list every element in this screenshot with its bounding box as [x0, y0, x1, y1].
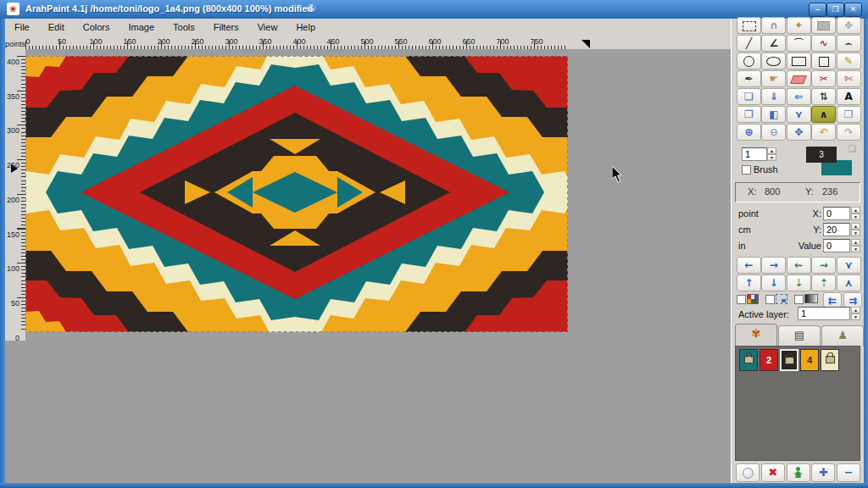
layer-visibility-button[interactable]	[736, 463, 760, 482]
spin-down-icon[interactable]: ▼	[851, 230, 860, 236]
color-swatch-2[interactable]: 2	[760, 349, 778, 371]
tool-insert-column-button[interactable]: ⇐	[787, 88, 811, 105]
tab-colors[interactable]: ✾	[735, 324, 777, 347]
tool-arc-button[interactable]: ⌒	[787, 35, 811, 52]
field-spinner[interactable]: ▲▼	[851, 223, 860, 236]
move-shift-right-button[interactable]: →	[761, 257, 786, 274]
brush-size-input[interactable]: 1	[742, 147, 767, 161]
tool-airbrush-button[interactable]: ✒	[737, 70, 761, 87]
brush-size-spinner[interactable]: ▲ ▼	[767, 147, 776, 161]
color-swatch-3[interactable]	[780, 349, 798, 371]
tool-zoom-in-button[interactable]: ⊕	[737, 124, 761, 141]
layer-remove-button[interactable]: −	[837, 463, 860, 482]
gradient-option-checkbox[interactable]	[794, 295, 804, 304]
tool-zoom-out-button[interactable]: ⊖	[761, 124, 786, 141]
tool-cut-horizontal-button[interactable]: ✂	[811, 70, 836, 87]
layer-anchor-button[interactable]	[787, 463, 810, 482]
layer-add-button[interactable]: ✚	[811, 463, 835, 482]
tool-rect-select-button[interactable]	[737, 17, 761, 34]
tool-transform-button[interactable]: ❐	[737, 106, 761, 123]
spin-up-icon[interactable]: ▲	[851, 307, 860, 313]
spin-down-icon[interactable]: ▼	[851, 246, 860, 252]
tool-pencil-button[interactable]: ✎	[837, 53, 861, 69]
move-twill-down-button[interactable]: ⇣	[787, 274, 811, 291]
menu-item-filters[interactable]: Filters	[204, 19, 248, 37]
tool-magic-wand-button[interactable]: ✦	[787, 17, 811, 34]
tab-weave[interactable]: ♟	[821, 325, 864, 347]
tool-move-button[interactable]: ✥	[837, 17, 861, 34]
field-input-cm[interactable]: 20	[823, 223, 850, 236]
tool-smudge-button[interactable]: ☛	[761, 70, 786, 87]
tool-ellipse-button[interactable]	[761, 53, 786, 69]
tool-redo-button[interactable]: ↷	[837, 124, 861, 141]
spin-down-icon[interactable]: ▼	[851, 313, 860, 320]
menu-item-help[interactable]: Help	[287, 19, 325, 37]
tool-measure-button[interactable]: ∧	[811, 106, 836, 123]
move-twill-left-button[interactable]: ⇜	[787, 257, 811, 274]
tool-fabric-button[interactable]: ❒	[837, 106, 861, 123]
tool-eraser-button[interactable]	[787, 70, 811, 87]
selection-option-checkbox[interactable]	[765, 295, 775, 304]
field-input-point[interactable]: 0	[823, 207, 850, 220]
menu-item-view[interactable]: View	[248, 19, 287, 37]
minimize-button[interactable]: ‒	[809, 3, 826, 17]
field-spinner[interactable]: ▲▼	[851, 239, 860, 252]
move-twill-right-button[interactable]: ⇝	[811, 257, 836, 274]
move-shift-up-button[interactable]: ↑	[737, 274, 761, 291]
close-button[interactable]: ✕	[844, 3, 862, 17]
menu-item-image[interactable]: Image	[120, 19, 164, 37]
tool-rectangle-button[interactable]	[787, 53, 811, 69]
foreground-color-chip[interactable]: 3	[806, 147, 837, 163]
field-input-in[interactable]: 0	[823, 239, 850, 252]
spin-down-icon[interactable]: ▼	[851, 214, 860, 220]
tool-polyline-button[interactable]: ∠	[761, 35, 786, 52]
tool-line-button[interactable]: ╱	[737, 35, 761, 52]
move-shift-down-button[interactable]: ↓	[761, 274, 786, 291]
tool-freehand-curve-button[interactable]: ∿	[811, 35, 836, 52]
field-spinner[interactable]: ▲▼	[851, 207, 860, 220]
move-split-down-button[interactable]: ⋎	[837, 257, 861, 274]
menu-item-edit[interactable]: Edit	[39, 19, 74, 37]
color-swatch-1[interactable]	[739, 349, 758, 371]
active-layer-spinner[interactable]: ▲ ▼	[851, 307, 860, 320]
color-swatch-5[interactable]	[821, 349, 839, 371]
unit-label-point[interactable]: point	[738, 208, 759, 219]
menu-item-tools[interactable]: Tools	[164, 19, 204, 37]
spin-down-icon[interactable]: ▼	[767, 154, 776, 161]
spin-up-icon[interactable]: ▲	[851, 207, 860, 214]
tool-bezier-button[interactable]: ⌢	[837, 35, 861, 52]
move-split-up-button[interactable]: ⋏	[837, 274, 861, 291]
flip-vertical-button[interactable]: ⇉	[843, 292, 862, 308]
unit-label-cm[interactable]: cm	[738, 225, 751, 235]
spin-up-icon[interactable]: ▲	[767, 147, 776, 154]
tool-remove-line-button[interactable]: ⇅	[811, 88, 836, 105]
tool-insert-row-button[interactable]: ⇓	[761, 88, 786, 105]
tool-copy-brush-button[interactable]: ❏	[737, 88, 761, 105]
spin-up-icon[interactable]: ▲	[851, 223, 860, 230]
tool-circle-button[interactable]	[737, 53, 761, 69]
swap-colors-icon[interactable]: ❏	[849, 144, 856, 153]
move-shift-left-button[interactable]: ←	[737, 257, 761, 274]
unit-label-in[interactable]: in	[738, 241, 746, 251]
tool-fold-button[interactable]: ◧	[761, 106, 786, 123]
menu-item-file[interactable]: File	[5, 19, 39, 37]
brush-checkbox[interactable]	[742, 165, 751, 175]
canvas-image[interactable]	[25, 56, 568, 332]
layer-preview-area[interactable]: 24	[735, 346, 860, 461]
menu-item-colors[interactable]: Colors	[74, 19, 120, 37]
tool-square-button[interactable]	[811, 53, 836, 69]
tool-merge-button[interactable]: ⋎	[787, 106, 811, 123]
color-swatch-4[interactable]: 4	[800, 349, 819, 371]
layer-delete-button[interactable]: ✖	[761, 463, 785, 482]
maximize-button[interactable]: ❐	[826, 3, 844, 17]
move-twill-up-button[interactable]: ⇡	[811, 274, 836, 291]
spin-up-icon[interactable]: ▲	[851, 239, 860, 246]
tool-lasso-select-button[interactable]: ∩	[761, 17, 786, 34]
tool-callout-button[interactable]	[811, 17, 836, 34]
tool-text-button[interactable]: A	[837, 88, 861, 105]
tab-layers[interactable]: ▤	[778, 325, 821, 347]
tool-undo-button[interactable]: ↶	[811, 124, 836, 141]
flip-horizontal-button[interactable]: ⇇	[823, 292, 842, 308]
palette-option-checkbox[interactable]	[737, 295, 746, 304]
active-layer-input[interactable]: 1	[798, 307, 850, 320]
